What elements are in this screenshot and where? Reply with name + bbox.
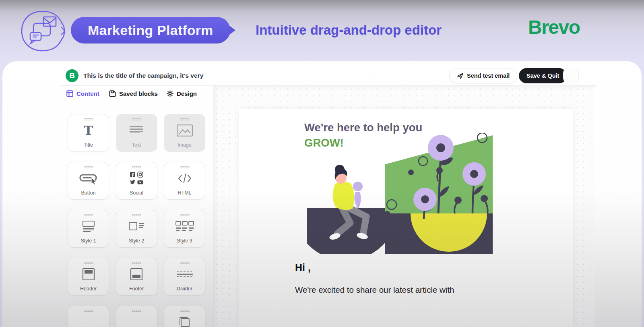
title-icon: T	[68, 121, 109, 140]
block-tile-style3[interactable]: Style 3	[164, 210, 205, 248]
email-document[interactable]: We're here to help you GROW!	[239, 109, 573, 327]
block-tile-partial[interactable]	[116, 306, 157, 327]
image-icon	[164, 121, 205, 140]
style1-icon	[68, 217, 109, 236]
divider-icon	[164, 265, 205, 284]
style3-icon	[164, 217, 205, 236]
messaging-channels-icon	[18, 9, 68, 54]
block-label: Divider	[164, 286, 205, 292]
toolbar-divider	[60, 85, 597, 86]
drag-handle-icon[interactable]	[132, 261, 141, 264]
product-badge: Marketing Platform	[71, 17, 230, 43]
block-label: Footer	[116, 286, 157, 292]
block-tile-footer[interactable]: Footer	[116, 258, 157, 296]
product-badge-label: Marketing Platform	[88, 23, 213, 38]
footer-icon	[116, 265, 157, 284]
block-tile-title[interactable]: T Title	[68, 114, 109, 152]
block-tile-text[interactable]: Text	[116, 114, 157, 152]
email-canvas[interactable]: We're here to help you GROW!	[213, 86, 594, 327]
tab-saved-blocks-label: Saved blocks	[119, 90, 158, 97]
block-tile-partial[interactable]	[164, 306, 205, 327]
layout-icon	[66, 90, 73, 97]
style2-icon	[116, 217, 157, 236]
block-label: Header	[68, 286, 109, 292]
drag-handle-icon[interactable]	[132, 118, 141, 120]
save-icon	[109, 90, 116, 97]
block-label: Style 1	[68, 238, 109, 244]
send-test-email-button[interactable]: Send test email	[449, 68, 517, 83]
gear-icon	[167, 90, 173, 97]
save-quit-label: Save & Quit	[526, 72, 559, 79]
twitter-icon	[130, 180, 135, 184]
block-tile-partial[interactable]	[68, 306, 109, 327]
tab-saved-blocks[interactable]: Saved blocks	[109, 90, 158, 97]
block-label: Button	[68, 190, 109, 196]
block-tile-style1[interactable]: Style 1	[68, 210, 109, 248]
tab-content[interactable]: Content	[66, 90, 99, 97]
drag-handle-icon[interactable]	[180, 261, 189, 264]
block-tile-style2[interactable]: Style 2	[116, 210, 157, 248]
block-label: Style 2	[116, 238, 157, 244]
instagram-icon	[138, 172, 143, 177]
drag-handle-icon[interactable]	[84, 166, 93, 168]
send-test-email-label: Send test email	[467, 72, 510, 79]
drag-handle-icon[interactable]	[180, 309, 189, 312]
block-library: T Title Text	[68, 114, 208, 327]
app-screen: Marketing Platform Intuitive drag-and-dr…	[0, 0, 644, 327]
text-icon	[116, 121, 157, 140]
block-label: Title	[68, 142, 109, 148]
drag-handle-icon[interactable]	[84, 261, 93, 264]
hero-illustration[interactable]	[307, 133, 493, 254]
block-tile-image[interactable]: Image	[164, 114, 205, 152]
block-label: HTML	[164, 190, 205, 196]
block-tile-divider[interactable]: Divider	[164, 258, 205, 296]
drag-handle-icon[interactable]	[84, 309, 93, 312]
drag-handle-icon[interactable]	[132, 309, 141, 312]
block-tile-button[interactable]: Button	[68, 162, 109, 200]
block-tile-header[interactable]: Header	[68, 258, 109, 296]
brevo-avatar: B	[66, 69, 78, 82]
tab-design[interactable]: Design	[167, 90, 197, 97]
drag-handle-icon[interactable]	[180, 118, 189, 120]
campaign-title[interactable]: This is the title of the campaign, it's …	[83, 72, 203, 79]
drag-handle-icon[interactable]	[84, 213, 93, 216]
save-quit-button[interactable]: Save & Quit	[519, 68, 567, 83]
banner-headline: Intuitive drag-and-drop editor	[256, 0, 442, 60]
tab-design-label: Design	[177, 90, 197, 97]
block-tile-html[interactable]: HTML	[164, 162, 205, 200]
social-icon	[116, 169, 157, 188]
more-options-button[interactable]	[563, 68, 579, 83]
editor-window: B This is the title of the campaign, it'…	[2, 61, 642, 327]
drag-handle-icon[interactable]	[84, 118, 93, 120]
button-icon	[68, 169, 109, 188]
pages-icon	[164, 313, 205, 327]
drag-handle-icon[interactable]	[132, 166, 141, 168]
block-tile-social[interactable]: Social	[116, 162, 157, 200]
email-body-text[interactable]: We're excited to share our latest articl…	[295, 285, 454, 295]
header-icon	[68, 265, 109, 284]
email-greeting[interactable]: Hi ,	[295, 262, 311, 273]
block-label: Text	[116, 142, 157, 148]
block-label: Social	[116, 190, 157, 196]
paper-plane-icon	[457, 72, 464, 79]
drag-handle-icon[interactable]	[132, 213, 141, 216]
tab-content-label: Content	[76, 90, 99, 97]
block-label: Image	[164, 142, 205, 148]
drag-handle-icon[interactable]	[180, 213, 189, 216]
drag-handle-icon[interactable]	[180, 166, 189, 168]
brevo-logo: Brevo	[528, 16, 580, 38]
html-icon	[164, 169, 205, 188]
block-label: Style 3	[164, 238, 205, 244]
